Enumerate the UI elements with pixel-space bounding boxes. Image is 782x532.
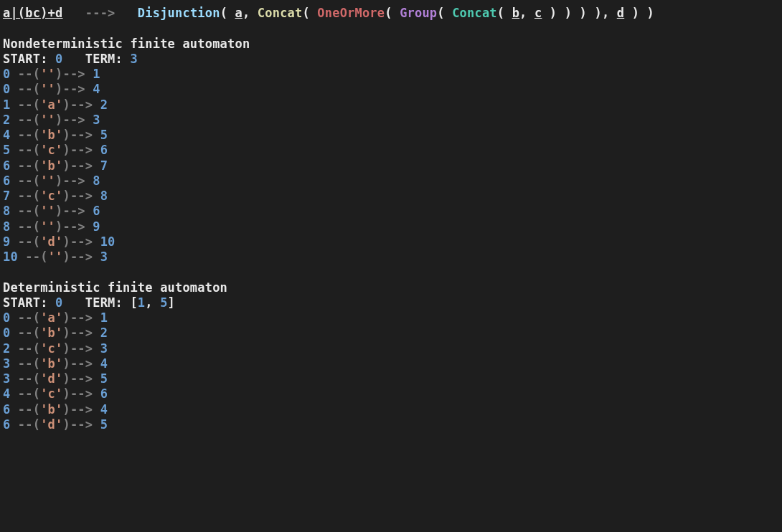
- transition-to: 5: [100, 128, 108, 142]
- transition-from: 0: [3, 82, 10, 96]
- transition-to: 3: [100, 341, 108, 356]
- transition-from: 2: [3, 113, 10, 127]
- dfa-section: Deterministic finite automaton START: 0 …: [3, 280, 779, 433]
- transition: 4 --('c')--> 6: [3, 386, 108, 401]
- transition-to: 5: [100, 371, 108, 386]
- nfa-section: Nondeterministic finite automaton START:…: [3, 37, 779, 265]
- transition-symbol: 'd': [40, 371, 62, 386]
- transition-from: 5: [3, 143, 10, 157]
- transition-to: 9: [93, 219, 100, 234]
- transition: 5 --('c')--> 6: [3, 143, 108, 157]
- transition-symbol: 'b': [40, 128, 62, 142]
- regex-parse-tree: a|(bc)+d ---> Disjunction( a, Concat( On…: [3, 6, 779, 21]
- transition-symbol: '': [48, 250, 63, 264]
- dfa-start: 0: [55, 295, 62, 310]
- transition-to: 4: [100, 356, 108, 371]
- transition-from: 9: [3, 234, 10, 249]
- fn-concat-inner: Concat: [452, 6, 497, 20]
- transition-from: 8: [3, 219, 10, 234]
- nfa-term: 3: [130, 52, 137, 66]
- arg-b: b: [512, 6, 519, 20]
- transition-from: 0: [3, 67, 10, 81]
- transition-symbol: '': [40, 204, 55, 218]
- transition-from: 0: [3, 326, 10, 340]
- transition-to: 7: [100, 158, 108, 173]
- transition-to: 8: [100, 189, 108, 203]
- transition-from: 8: [3, 204, 10, 218]
- arg-c: c: [534, 6, 542, 20]
- transition-symbol: '': [40, 82, 55, 96]
- transition-to: 8: [93, 174, 100, 188]
- nfa-start-label: START:: [3, 52, 48, 66]
- transition-symbol: 'c': [40, 143, 62, 157]
- fn-oneormore: OneOrMore: [317, 6, 385, 20]
- nfa-term-label: TERM:: [85, 52, 123, 66]
- transition-to: 2: [100, 98, 108, 112]
- transition: 6 --('b')--> 7: [3, 158, 108, 173]
- transition-symbol: 'd': [40, 234, 62, 249]
- transition-symbol: 'b': [40, 402, 62, 417]
- transition: 3 --('d')--> 5: [3, 371, 108, 386]
- transition-symbol: 'c': [40, 189, 62, 203]
- transition: 2 --('c')--> 3: [3, 341, 108, 356]
- transition-symbol: 'b': [40, 158, 62, 173]
- transition-symbol: 'c': [40, 341, 62, 356]
- arg-a: a: [235, 6, 242, 20]
- arrow: --->: [85, 6, 116, 20]
- transition-from: 3: [3, 371, 10, 386]
- transition-symbol: '': [40, 219, 55, 234]
- transition-to: 3: [100, 250, 108, 264]
- transition: 2 --('')--> 3: [3, 113, 100, 127]
- transition: 0 --('')--> 1: [3, 67, 100, 81]
- arg-d: d: [617, 6, 624, 20]
- nfa-start: 0: [55, 52, 62, 66]
- transition-to: 6: [100, 386, 108, 401]
- nfa-title: Nondeterministic finite automaton: [3, 37, 250, 51]
- transition-from: 2: [3, 341, 10, 356]
- transition-to: 4: [100, 402, 108, 417]
- transition-from: 10: [3, 250, 18, 264]
- transition-to: 6: [93, 204, 100, 218]
- transition: 0 --('b')--> 2: [3, 326, 108, 340]
- transition: 9 --('d')--> 10: [3, 234, 116, 249]
- transition: 8 --('')--> 9: [3, 219, 100, 234]
- transition: 4 --('b')--> 5: [3, 128, 108, 142]
- transition: 6 --('')--> 8: [3, 174, 100, 188]
- transition: 0 --('')--> 4: [3, 82, 100, 96]
- transition-symbol: '': [40, 113, 55, 127]
- transition-to: 5: [100, 417, 108, 432]
- dfa-term-label: TERM:: [85, 295, 123, 310]
- dfa-title: Deterministic finite automaton: [3, 280, 227, 295]
- transition: 3 --('b')--> 4: [3, 356, 108, 371]
- transition-from: 4: [3, 128, 10, 142]
- fn-group: Group: [400, 6, 437, 20]
- transition-symbol: 'b': [40, 326, 62, 340]
- transition-from: 6: [3, 417, 10, 432]
- transition: 8 --('')--> 6: [3, 204, 100, 218]
- transition-to: 1: [93, 67, 100, 81]
- transition-from: 6: [3, 402, 10, 417]
- transition-symbol: 'd': [40, 417, 62, 432]
- transition-symbol: 'a': [40, 98, 62, 112]
- fn-disjunction: Disjunction: [138, 6, 220, 20]
- transition: 0 --('a')--> 1: [3, 310, 108, 325]
- transition: 1 --('a')--> 2: [3, 98, 108, 112]
- transition-to: 4: [93, 82, 100, 96]
- fn-concat: Concat: [258, 6, 303, 20]
- transition-symbol: '': [40, 174, 55, 188]
- transition: 7 --('c')--> 8: [3, 189, 108, 203]
- transition-from: 6: [3, 174, 10, 188]
- transition-from: 1: [3, 98, 10, 112]
- regex-input: a|(bc)+d: [3, 6, 62, 20]
- transition-to: 3: [93, 113, 100, 127]
- transition-from: 7: [3, 189, 10, 203]
- transition-symbol: 'b': [40, 356, 62, 371]
- transition-from: 6: [3, 158, 10, 173]
- transition-from: 3: [3, 356, 10, 371]
- transition-from: 0: [3, 310, 10, 325]
- transition-symbol: 'c': [40, 386, 62, 401]
- dfa-start-label: START:: [3, 295, 48, 310]
- transition-from: 4: [3, 386, 10, 401]
- transition-symbol: '': [40, 67, 55, 81]
- transition-to: 2: [100, 326, 108, 340]
